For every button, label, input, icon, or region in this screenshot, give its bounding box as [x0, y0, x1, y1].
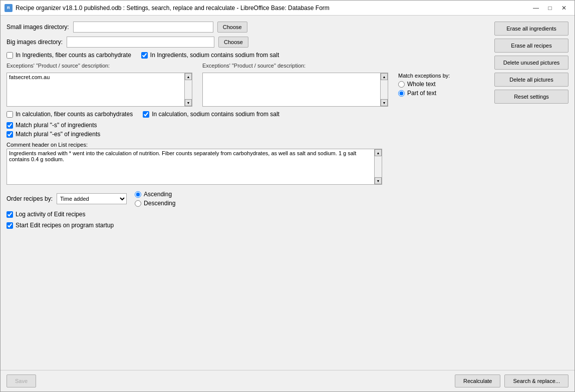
save-button[interactable]: Save — [7, 374, 36, 387]
start-edit-label: Start Edit recipes on program startup — [16, 222, 114, 229]
scroll-up-icon-2[interactable]: ▲ — [381, 73, 388, 80]
erase-all-ingredients-button[interactable]: Erase all ingredients — [494, 22, 568, 36]
big-images-choose-button[interactable]: Choose — [218, 37, 248, 48]
exceptions-right-scrollbar: ▲ ▼ — [380, 73, 388, 107]
fiber-carb-checkbox[interactable] — [7, 52, 13, 59]
big-images-row: Big images directory: Choose — [7, 37, 488, 48]
comment-scroll-track — [375, 156, 382, 177]
big-images-input[interactable] — [67, 37, 214, 48]
erase-all-recipes-button[interactable]: Erase all recipes — [494, 39, 568, 53]
maximize-button[interactable]: □ — [543, 3, 556, 14]
small-images-label: Small images directory: — [7, 24, 69, 31]
log-activity-label: Log activity of Edit recipes — [16, 211, 85, 218]
plural-s-row: Match plural "-s" of ingredients — [7, 122, 488, 129]
log-activity-checkbox[interactable] — [7, 211, 13, 218]
exceptions-right-label: Exceptions' "Product / source" descripti… — [202, 63, 388, 69]
descending-radio[interactable] — [135, 200, 141, 207]
start-edit-row: Start Edit recipes on program startup — [7, 222, 488, 229]
plural-s-label: Match plural "-s" of ingredients — [16, 122, 97, 129]
whole-text-radio[interactable] — [398, 81, 405, 88]
plural-s-checkbox[interactable] — [7, 122, 13, 129]
recalculate-button[interactable]: Recalculate — [455, 374, 500, 387]
match-exceptions-label: Match exceptions by: — [398, 73, 488, 79]
delete-unused-pictures-button[interactable]: Delete unused pictures — [494, 56, 568, 70]
order-recipes-label: Order recipes by: — [7, 195, 53, 202]
plural-es-checkbox[interactable] — [7, 131, 13, 138]
small-images-row: Small images directory: Choose — [7, 22, 488, 33]
sodium-calc-label: In calculation, sodium contains sodium f… — [152, 111, 279, 118]
window-controls: — □ ✕ — [529, 3, 570, 14]
titlebar: R Recipe organizer v18.1.0 published.odb… — [1, 1, 574, 16]
exceptions-left-textarea[interactable]: fatsecret.com.au — [7, 73, 184, 107]
plural-es-label: Match plural "-es" of ingredients — [16, 131, 100, 138]
whole-text-row: Whole text — [398, 81, 488, 88]
part-of-text-label: Part of text — [407, 90, 436, 97]
exceptions-right-textarea[interactable] — [202, 73, 380, 107]
comment-scrollbar: ▲ ▼ — [374, 149, 382, 185]
main-window: R Recipe organizer v18.1.0 published.odb… — [0, 0, 575, 392]
sodium-salt-checkbox[interactable] — [141, 52, 148, 59]
sodium-calc-row: In calculation, sodium contains sodium f… — [143, 111, 279, 118]
descending-row: Descending — [135, 200, 175, 207]
comment-header-textarea[interactable]: Ingredients marked with * went into the … — [7, 149, 374, 185]
start-edit-checkbox[interactable] — [7, 222, 13, 229]
fiber-carb-label: In Ingredients, fiber counts as carbohyd… — [16, 52, 131, 59]
descending-label: Descending — [144, 200, 175, 207]
scroll-down-icon[interactable]: ▼ — [185, 99, 192, 106]
app-icon: R — [5, 4, 13, 12]
comment-scroll-down-icon[interactable]: ▼ — [375, 177, 382, 184]
scroll-track-left — [185, 80, 192, 99]
fiber-carb-calc-label: In calculation, fiber counts as carbohyd… — [16, 111, 133, 118]
ascending-radio[interactable] — [135, 191, 141, 198]
part-of-text-radio[interactable] — [398, 90, 405, 97]
reset-settings-button[interactable]: Reset settings — [494, 90, 568, 104]
fiber-carb-calc-row: In calculation, fiber counts as carbohyd… — [7, 111, 133, 118]
comment-header-label: Comment header on List recipes: — [7, 142, 488, 148]
footer: Save Recalculate Search & replace... — [1, 370, 574, 391]
small-images-input[interactable] — [73, 22, 213, 33]
scroll-track-right — [381, 80, 388, 99]
log-activity-row: Log activity of Edit recipes — [7, 211, 488, 218]
fiber-carb-row: In Ingredients, fiber counts as carbohyd… — [7, 52, 131, 59]
scroll-up-icon[interactable]: ▲ — [185, 73, 192, 80]
big-images-label: Big images directory: — [7, 39, 63, 46]
small-images-choose-button[interactable]: Choose — [217, 22, 247, 33]
fiber-carb-calc-checkbox[interactable] — [7, 111, 13, 118]
ascending-label: Ascending — [144, 191, 172, 198]
part-of-text-row: Part of text — [398, 90, 488, 97]
window-title: Recipe organizer v18.1.0 published.odb :… — [16, 5, 526, 12]
exceptions-left-scrollbar: ▲ ▼ — [184, 73, 192, 107]
scroll-down-icon-2[interactable]: ▼ — [381, 99, 388, 106]
sodium-salt-label: In Ingredients, sodium contains sodium f… — [150, 52, 279, 59]
exceptions-left-label: Exceptions' "Product / source" descripti… — [7, 63, 192, 69]
plural-es-row: Match plural "-es" of ingredients — [7, 131, 488, 138]
whole-text-label: Whole text — [407, 81, 436, 88]
minimize-button[interactable]: — — [529, 3, 542, 14]
order-recipes-select[interactable]: Time added Name Date created Last modifi… — [57, 193, 127, 204]
search-replace-button[interactable]: Search & replace... — [504, 374, 568, 387]
comment-scroll-up-icon[interactable]: ▲ — [375, 149, 382, 156]
delete-all-pictures-button[interactable]: Delete all pictures — [494, 73, 568, 87]
close-button[interactable]: ✕ — [557, 3, 570, 14]
sodium-calc-checkbox[interactable] — [143, 111, 149, 118]
ascending-row: Ascending — [135, 191, 175, 198]
sodium-salt-row: In Ingredients, sodium contains sodium f… — [141, 52, 279, 59]
